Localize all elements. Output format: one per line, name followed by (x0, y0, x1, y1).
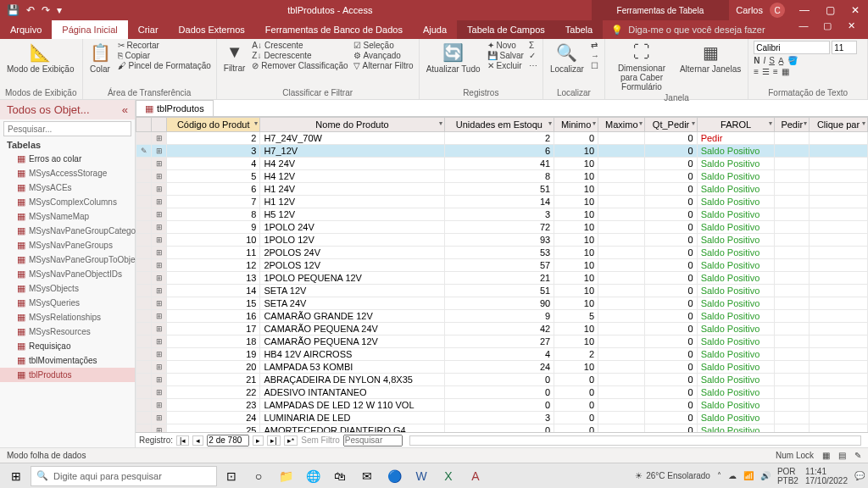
nav-item-msysqueries[interactable]: ▦MSysQueries (0, 296, 135, 310)
cell-id[interactable]: 6 (167, 183, 260, 196)
cell-farol[interactable]: Saldo Positivo (697, 412, 775, 424)
row-selector[interactable] (136, 386, 152, 399)
cell-id[interactable]: 10 (167, 234, 260, 247)
nav-item-msysnavpanegroupcategories[interactable]: ▦MSysNavPaneGroupCategories (0, 224, 135, 238)
cell-extra[interactable] (809, 208, 867, 221)
cell-max[interactable] (598, 158, 645, 170)
cell-extra[interactable] (809, 145, 867, 158)
expand-icon[interactable]: ⊞ (152, 412, 167, 424)
cell-min[interactable]: 10 (554, 145, 598, 158)
cell-qt[interactable]: 0 (645, 208, 697, 221)
cell-pedir[interactable] (775, 183, 809, 196)
cell-min[interactable]: 10 (554, 170, 598, 183)
nav-search-input[interactable] (3, 121, 131, 136)
cell-id[interactable]: 15 (167, 297, 260, 310)
row-selector[interactable] (136, 259, 152, 272)
cell-min[interactable]: 0 (554, 412, 598, 424)
cell-qt[interactable]: 0 (645, 336, 697, 348)
explorer-icon[interactable]: 📁 (273, 465, 298, 487)
selection-button[interactable]: ☑ Seleção (353, 41, 414, 50)
tab-tabela-campos[interactable]: Tabela de Campos (457, 20, 555, 39)
col-header[interactable]: Unidades em Estoqu▾ (444, 118, 554, 132)
expand-icon[interactable]: ⊞ (152, 323, 167, 336)
cut-button[interactable]: ✂ Recortar (118, 41, 211, 50)
table-row[interactable]: ⊞17CAMARÃO PEQUENA 24V42100Saldo Positiv… (136, 323, 868, 336)
expand-icon[interactable]: ⊞ (152, 196, 167, 208)
cell-nome[interactable]: HB4 12V AIRCROSS (260, 348, 444, 361)
cell-farol[interactable]: Saldo Positivo (697, 158, 775, 170)
cell-extra[interactable] (809, 297, 867, 310)
nav-item-msysnavpaneobjectids[interactable]: ▦MSysNavPaneObjectIDs (0, 267, 135, 281)
expand-icon[interactable]: ⊞ (152, 374, 167, 386)
spell-button[interactable]: ✓ (529, 51, 537, 60)
cell-qt[interactable]: 0 (645, 386, 697, 399)
cell-id[interactable]: 19 (167, 348, 260, 361)
cell-qt[interactable]: 0 (645, 272, 697, 285)
undo-icon[interactable]: ↶ (26, 4, 35, 16)
cell-id[interactable]: 5 (167, 170, 260, 183)
cell-nome[interactable]: LUMINARIA DE LED (260, 412, 444, 424)
horizontal-scrollbar[interactable] (409, 435, 861, 446)
cell-max[interactable] (598, 259, 645, 272)
rec-first-button[interactable]: |◂ (176, 435, 189, 446)
row-selector[interactable] (136, 412, 152, 424)
cell-max[interactable] (598, 412, 645, 424)
cell-qt[interactable]: 0 (645, 399, 697, 412)
cell-id[interactable]: 21 (167, 374, 260, 386)
find-button[interactable]: 🔍Localizar (548, 41, 586, 75)
rec-search-input[interactable] (343, 435, 403, 446)
cell-min[interactable]: 10 (554, 361, 598, 374)
cell-min[interactable]: 10 (554, 221, 598, 234)
save-rec-button[interactable]: 💾 Salvar (487, 51, 524, 60)
cell-pedir[interactable] (775, 310, 809, 323)
sub-close-icon[interactable]: ✕ (839, 20, 863, 39)
table-row[interactable]: ⊞101POLO 12V93100Saldo Positivo (136, 234, 868, 247)
cell-extra[interactable] (809, 424, 867, 433)
expand-icon[interactable]: ⊞ (152, 297, 167, 310)
cell-pedir[interactable] (775, 247, 809, 259)
expand-icon[interactable]: ⊞ (152, 259, 167, 272)
cell-nome[interactable]: H4 24V (260, 158, 444, 170)
cell-pedir[interactable] (775, 145, 809, 158)
cell-pedir[interactable] (775, 361, 809, 374)
format-painter-button[interactable]: 🖌 Pincel de Formatação (118, 61, 211, 70)
sub-restore-icon[interactable]: ▢ (815, 20, 839, 39)
cell-id[interactable]: 8 (167, 208, 260, 221)
view-design-icon[interactable]: ✎ (854, 451, 861, 460)
cell-units[interactable]: 72 (444, 221, 554, 234)
cell-pedir[interactable] (775, 297, 809, 310)
cell-min[interactable]: 0 (554, 424, 598, 433)
nav-item-msysrelationships[interactable]: ▦MSysRelationships (0, 310, 135, 324)
cell-units[interactable]: 14 (444, 196, 554, 208)
cell-nome[interactable]: AMORTECEDOR DIANTEIRO G4 (260, 424, 444, 433)
expand-icon[interactable]: ⊞ (152, 183, 167, 196)
nav-section-tables[interactable]: Tabelas (0, 138, 135, 152)
cell-extra[interactable] (809, 361, 867, 374)
tab-ferramentas[interactable]: Ferramentas de Banco de Dados (255, 20, 413, 39)
col-header[interactable]: Minimo▾ (554, 118, 598, 132)
cell-qt[interactable]: 0 (645, 361, 697, 374)
gridlines-button[interactable]: ▦ (782, 67, 789, 76)
row-selector[interactable] (136, 170, 152, 183)
cell-id[interactable]: 9 (167, 221, 260, 234)
underline-button[interactable]: S (769, 56, 775, 65)
cell-max[interactable] (598, 348, 645, 361)
expand-icon[interactable]: ⊞ (152, 272, 167, 285)
tab-ajuda[interactable]: Ajuda (413, 20, 457, 39)
cell-extra[interactable] (809, 285, 867, 297)
cell-units[interactable]: 6 (444, 145, 554, 158)
sub-minimize-icon[interactable]: — (792, 20, 815, 39)
cell-extra[interactable] (809, 259, 867, 272)
cell-nome[interactable]: LAMPADAS DE LED 12 W 110 VOL (260, 399, 444, 412)
cell-farol[interactable]: Saldo Positivo (697, 221, 775, 234)
cell-min[interactable]: 10 (554, 297, 598, 310)
cell-nome[interactable]: H1 12V (260, 196, 444, 208)
cell-qt[interactable]: 0 (645, 285, 697, 297)
cell-nome[interactable]: SETA 24V (260, 297, 444, 310)
expand-icon[interactable]: ⊞ (152, 234, 167, 247)
cell-farol[interactable]: Saldo Positivo (697, 361, 775, 374)
totals-button[interactable]: Σ (529, 41, 537, 50)
rec-pos-input[interactable] (207, 435, 249, 446)
cell-qt[interactable]: 0 (645, 247, 697, 259)
italic-button[interactable]: I (763, 56, 765, 65)
